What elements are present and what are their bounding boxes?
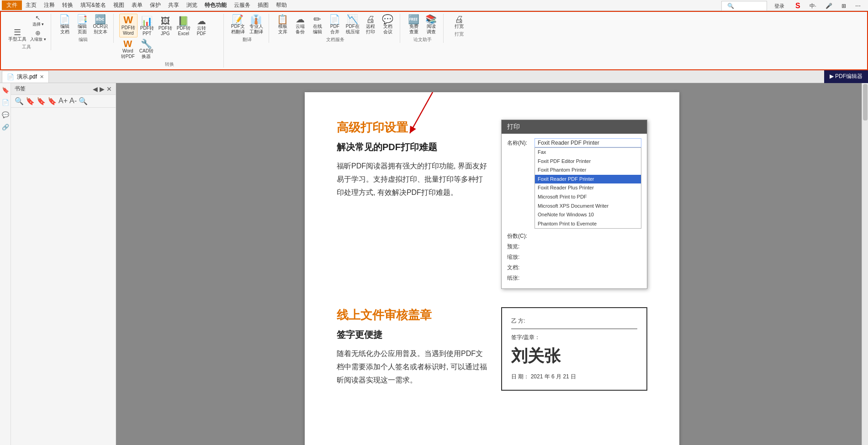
cloud-to-pdf-btn[interactable]: ☁ 云转PDF [193,16,210,37]
sidebar-panel: 书签 ◀ ▶ ✕ 🔍 🔖 🔖 🔖 A+ A- 🔍 [11,83,116,445]
sidebar-close-btn[interactable]: ✕ [106,85,112,93]
tab-demo-pdf[interactable]: 📄 演示.pdf ✕ [2,71,49,83]
printwide-btn[interactable]: 🖨 打宽 [451,14,467,30]
print-list-foxit-phantom[interactable]: Foxit Phantom Printer [535,166,641,175]
sidebar-title: 书签 [15,85,26,93]
pdf-compress-label: PDF在线压缩 [346,24,360,35]
print-list-foxit-plus[interactable]: Foxit Reader Plus Printer [535,183,641,193]
bookmark-zoom-in[interactable]: 🔍 [15,97,24,105]
print-list-onenote[interactable]: OneNote for Windows 10 [535,210,641,220]
bookmark-font-larger[interactable]: A+ [58,97,68,105]
pdf-to-excel-btn[interactable]: 📗 PDF转Excel [175,16,192,37]
lang-icon[interactable]: 中· [806,1,820,11]
pdf-to-ppt-btn[interactable]: 📊 PDF转PPT [138,16,156,37]
menu-convert[interactable]: 转换 [58,0,77,10]
printwide-icon: 🖨 [455,15,464,24]
bookmark-icon-1[interactable]: 🔖 [26,97,35,105]
print-list-ms-xps[interactable]: Microsoft XPS Document Writer [535,202,641,211]
search-box[interactable]: 🔍 [721,1,767,11]
vertical-scrollbar[interactable] [862,83,868,445]
online-edit-btn[interactable]: ✏ 在线编辑 [309,14,326,36]
menu-special[interactable]: 特色功能 [201,0,230,10]
print-name-value: Foxit Reader PDF Printer [535,138,641,147]
ribbon-group-translate: 📝 PDF文档翻译 👔 专业人工翻译 翻译 [226,14,269,43]
content-area: 高级打印设置 解决常见的PDF打印难题 福昕PDF阅读器拥有强大的打印功能, 界… [116,83,868,445]
panel-icon-1[interactable]: 🔖 [2,87,9,94]
login-btn[interactable]: 登录 [771,2,788,10]
ribbon-group-printwide: 🖨 打宽 打宽 [445,14,473,37]
print-copies-label: 份数(C): [507,231,535,240]
tab-close-btn[interactable]: ✕ [40,74,44,80]
doc-services-group-label: 文档服务 [326,37,344,43]
sidebar-next-btn[interactable]: ▶ [100,85,105,93]
read-survey-btn[interactable]: 📚 阅读调查 [423,14,439,36]
pdf-to-word-btn[interactable]: W PDF转Word [119,14,138,37]
menu-fillsign[interactable]: 填写&签名 [77,0,110,10]
sig-date-value: 2021 年 6 月 21 日 [531,373,576,380]
print-zoom-label: 缩放: [507,252,535,261]
ocr-btn[interactable]: 🔤 OCR识别文本 [91,14,110,36]
menu-help[interactable]: 帮助 [272,0,291,10]
doc-meeting-btn[interactable]: 💬 文档会议 [380,14,396,36]
scrollbar-thumb[interactable] [863,84,868,120]
cloud-backup-btn[interactable]: ☁ 云端备份 [292,14,308,36]
search-icon: 🔍 [724,2,738,10]
panel-icon-2[interactable]: 📄 [2,99,9,106]
menu-file[interactable]: 文件 [2,0,22,10]
party-label: 乙 方: [511,317,637,325]
print-list-phantom-evernote[interactable]: Phantom Print to Evernote [535,220,641,229]
cloud-backup-label: 云端备份 [296,24,305,35]
remote-print-icon: 🖨 [366,15,375,24]
word-to-pdf-btn[interactable]: W Word转PDF [119,38,137,60]
cad-converter-btn[interactable]: 🔧 CAD转换器 [138,38,155,60]
menu-protect[interactable]: 保护 [146,0,164,10]
pdf-to-jpg-btn[interactable]: 🖼 PDF转JPG [157,16,174,37]
menu-home[interactable]: 主页 [22,0,40,10]
pdf-to-excel-label: PDF转Excel [177,26,191,37]
free-check-label: 免费查重 [409,24,418,35]
sidebar-prev-btn[interactable]: ◀ [93,85,98,93]
sig-inner: 签字/盖章： 刘关张 日 期： 2021 年 6 月 21 日 [511,329,637,381]
pro-translate-btn[interactable]: 👔 专业人工翻译 [248,14,265,36]
remote-print-btn[interactable]: 🖨 远程打印 [362,14,379,36]
edit-doc-btn[interactable]: 📄 编辑文档 [57,14,73,36]
zoom-btn[interactable]: ⊕ 入缩放 ▾ [29,29,47,43]
panel-icon-4[interactable]: 🔗 [2,124,9,131]
ribbon-group-research: 🆓 免费查重 📚 阅读调查 论文助手 [402,14,444,43]
pdf-compress-btn[interactable]: 📉 PDF在线压缩 [344,14,361,36]
pdf-merge-btn[interactable]: 📄 PDF合并 [327,14,343,36]
bookmark-search[interactable]: 🔍 [79,97,88,105]
menu-cloud[interactable]: 云服务 [230,0,254,10]
section2-subtitle: 签字更便捷 [337,329,487,341]
cloud-to-pdf-label: 云转PDF [197,26,206,37]
pdf-editor-btn[interactable]: ▶ PDF编辑器 [824,70,868,83]
menu-browse[interactable]: 浏览 [183,0,201,10]
hand-tool-btn[interactable]: ☰ 手型工具 [6,27,28,43]
menu-annotation[interactable]: 注释 [40,0,58,10]
section2-text: 线上文件审核盖章 签字更便捷 随着无纸化办公应用普及。当遇到使用PDF文档中需要… [337,307,487,400]
panel-icon-3[interactable]: 💬 [2,111,9,118]
cloud-backup-icon: ☁ [296,15,305,24]
print-list-foxit-reader[interactable]: Foxit Reader PDF Printer [535,175,641,184]
menu-view[interactable]: 视图 [110,0,128,10]
print-list-foxit-editor[interactable]: Foxit PDF Editor Printer [535,157,641,166]
bookmark-icon-2[interactable]: 🔖 [37,97,46,105]
signature-box: 乙 方: 签字/盖章： 刘关张 日 期： 2021 年 6 月 21 日 [501,307,647,391]
pdf-translate-btn[interactable]: 📝 PDF文档翻译 [229,14,247,36]
menu-plugin[interactable]: 插图 [254,0,272,10]
grid-icon[interactable]: ⊞ [838,2,850,10]
more-icon[interactable]: ⋯ [852,2,864,10]
print-list-fax[interactable]: Fax [535,148,641,157]
free-check-btn[interactable]: 🆓 免费查重 [406,14,422,36]
bookmark-icon-3[interactable]: 🔖 [48,97,57,105]
bookmark-font-smaller[interactable]: A- [69,97,77,105]
edit-page-btn[interactable]: 📑 编辑页面 [74,14,90,36]
section1-subtitle: 解决常见的PDF打印难题 [337,141,487,153]
menu-share[interactable]: 共享 [164,0,183,10]
print-preview-row: 预览: [507,242,641,251]
print-list-ms-pdf[interactable]: Microsoft Print to PDF [535,193,641,202]
select-btn[interactable]: ↖ 选择 ▾ [29,14,47,28]
mic-icon[interactable]: 🎤 [822,2,836,10]
menu-form[interactable]: 表单 [128,0,146,10]
template-btn[interactable]: 📋 模板文库 [275,14,291,36]
